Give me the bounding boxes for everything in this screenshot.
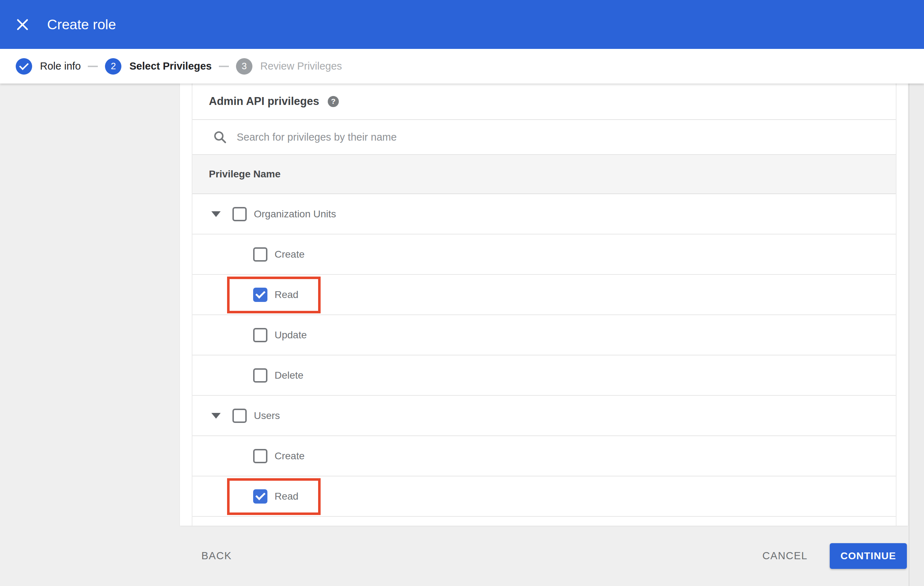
- dialog-header: Create role: [0, 0, 924, 49]
- privilege-row: Update: [193, 315, 896, 356]
- privilege-label[interactable]: Delete: [275, 370, 304, 381]
- footer-bar: BACK CANCEL CONTINUE: [0, 526, 924, 586]
- close-icon[interactable]: [16, 18, 29, 31]
- privilege-group-row: Users: [193, 396, 896, 436]
- selection-highlight-box: [227, 478, 321, 515]
- step-number-badge: 2: [105, 58, 121, 74]
- stepper-step-review-privileges: 3Review Privileges: [236, 58, 342, 74]
- collapse-arrow-icon[interactable]: [211, 413, 221, 419]
- content-panel: Admin API privileges ? Privilege Name Or…: [180, 84, 908, 526]
- privilege-checkbox[interactable]: [253, 489, 267, 504]
- check-icon: [19, 60, 29, 70]
- privilege-group-label[interactable]: Users: [254, 410, 280, 421]
- privilege-checkbox[interactable]: [253, 247, 267, 262]
- selection-highlight-box: [227, 277, 321, 313]
- scrollbar-track[interactable]: [909, 84, 924, 586]
- table-header-row: Privilege Name: [193, 155, 896, 194]
- section-title-row: Admin API privileges ?: [193, 84, 896, 120]
- privilege-checkbox[interactable]: [253, 288, 267, 302]
- stepper: Role info2Select Privileges3Review Privi…: [0, 49, 924, 84]
- privileges-table: Organization UnitsCreateReadUpdateDelete…: [193, 194, 896, 517]
- search-row: [193, 120, 896, 155]
- privilege-label[interactable]: Read: [275, 491, 299, 502]
- help-glyph: ?: [331, 97, 336, 105]
- privilege-row: Delete: [193, 356, 896, 396]
- privilege-row: Create: [193, 234, 896, 275]
- privilege-checkbox[interactable]: [233, 207, 247, 221]
- step-complete-check-icon: [16, 58, 32, 74]
- dialog-title: Create role: [47, 17, 116, 33]
- step-label: Review Privileges: [260, 60, 342, 72]
- privilege-label[interactable]: Create: [275, 249, 305, 260]
- step-number-badge: 3: [236, 58, 252, 74]
- privilege-row: Create: [193, 436, 896, 476]
- collapse-arrow-icon[interactable]: [211, 211, 221, 217]
- privilege-group-label[interactable]: Organization Units: [254, 208, 336, 220]
- privilege-checkbox[interactable]: [253, 368, 267, 383]
- privilege-label[interactable]: Create: [275, 450, 305, 462]
- step-label: Select Privileges: [129, 60, 212, 72]
- search-icon: [213, 130, 227, 144]
- table-header-label: Privilege Name: [209, 168, 280, 180]
- help-icon[interactable]: ?: [328, 96, 339, 107]
- privilege-row: Read: [193, 476, 896, 517]
- back-button[interactable]: BACK: [201, 550, 232, 562]
- cancel-button[interactable]: CANCEL: [762, 550, 808, 562]
- privilege-checkbox[interactable]: [253, 449, 267, 463]
- step-connector: [88, 66, 98, 67]
- privilege-checkbox[interactable]: [253, 328, 267, 342]
- stepper-step-role-info: Role info: [16, 58, 81, 74]
- privilege-group-row: Organization Units: [193, 194, 896, 234]
- privilege-checkbox[interactable]: [233, 409, 247, 423]
- step-label: Role info: [40, 60, 81, 72]
- privileges-card: Admin API privileges ? Privilege Name Or…: [192, 84, 896, 526]
- search-input[interactable]: [236, 131, 896, 143]
- privilege-label[interactable]: Read: [275, 289, 299, 301]
- step-connector: [219, 66, 229, 67]
- privilege-row: Read: [193, 275, 896, 315]
- privilege-label[interactable]: Update: [275, 329, 307, 341]
- stepper-step-select-privileges: 2Select Privileges: [105, 58, 212, 74]
- section-title: Admin API privileges: [209, 95, 319, 108]
- continue-button[interactable]: CONTINUE: [830, 543, 907, 569]
